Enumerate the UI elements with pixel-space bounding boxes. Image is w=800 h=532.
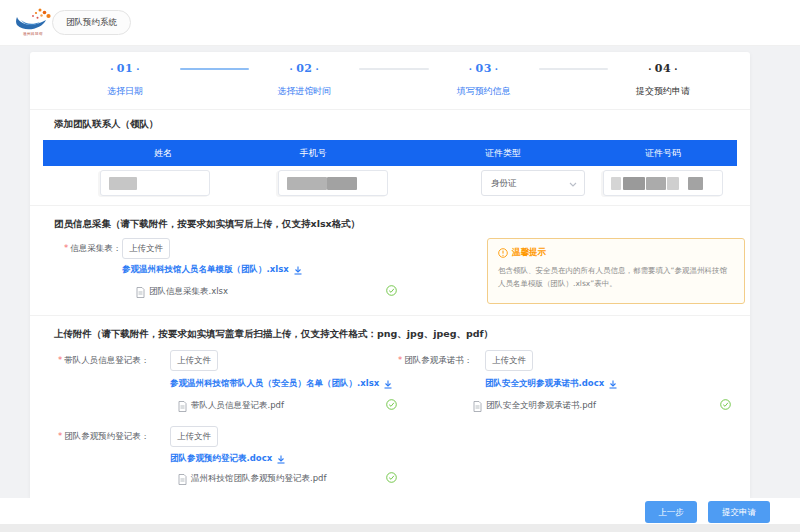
previous-step-button[interactable]: 上一步 — [645, 501, 697, 523]
step-connector — [359, 68, 428, 70]
divider — [30, 205, 750, 206]
step-indicator: 01 选择日期 02 选择进馆时间 03 填写预约信息 04 提交预约申请 — [78, 62, 710, 106]
required-mark: * — [58, 355, 62, 365]
document-icon — [178, 474, 187, 485]
logo-caption: 温州科技馆 — [15, 32, 51, 36]
divider — [30, 109, 750, 110]
chevron-down-icon — [569, 182, 577, 187]
commitment-uploaded-file[interactable]: 团队安全文明参观承诺书.pdf — [473, 400, 596, 412]
divider — [30, 315, 750, 316]
step-number: 04 — [645, 62, 681, 76]
col-id-number: 证件号码 — [645, 140, 681, 166]
leader-template-link[interactable]: 参观温州科技馆带队人员（安全员）名单（团队）.xlsx — [170, 378, 392, 390]
upload-success-check-icon — [386, 472, 397, 483]
redacted-id — [688, 177, 703, 190]
document-icon — [178, 401, 187, 412]
redacted-phone — [327, 177, 357, 190]
col-id-type: 证件类型 — [485, 140, 521, 166]
leader-form-label: *带队人员信息登记表： — [58, 355, 149, 367]
required-mark: * — [58, 431, 62, 441]
step-number: 03 — [466, 62, 502, 76]
commitment-template-link[interactable]: 团队安全文明参观承诺书.docx — [485, 378, 617, 390]
app-title-badge: 团队预约系统 — [52, 10, 131, 35]
col-name: 姓名 — [154, 140, 172, 166]
step-number: 01 — [107, 62, 143, 76]
attachment-section-title: 上传附件（请下载附件，按要求如实填写盖章后扫描上传，仅支持文件格式：png、jp… — [54, 328, 493, 341]
content-background: 01 选择日期 02 选择进馆时间 03 填写预约信息 04 提交预约申请 — [0, 46, 800, 498]
id-type-value: 身份证 — [491, 178, 517, 188]
upload-success-check-icon — [386, 399, 397, 410]
step-label: 选择日期 — [107, 85, 143, 98]
step-select-date: 01 选择日期 — [78, 62, 172, 98]
step-connector — [180, 68, 249, 70]
page: 温州科技馆 团队预约系统 01 选择日期 02 选择进馆时间 03 — [0, 0, 800, 532]
warning-icon — [498, 248, 508, 258]
tip-body: 包含领队、安全员在内的所有人员信息，都需要填入“参观温州科技馆人员名单模版（团队… — [498, 264, 734, 290]
upload-success-check-icon — [720, 399, 731, 410]
reservation-form-label: *团队参观预约登记表： — [58, 431, 149, 443]
logo-swoosh-icon — [13, 4, 53, 32]
id-number-input[interactable] — [603, 170, 723, 196]
top-header-bar: 温州科技馆 团队预约系统 — [0, 0, 800, 46]
collection-upload-button[interactable]: 上传文件 — [122, 238, 170, 259]
step-fill-info: 03 填写预约信息 — [437, 62, 531, 98]
redacted-phone — [287, 177, 327, 190]
step-number: 02 — [286, 62, 322, 76]
redacted-id — [667, 177, 679, 190]
commitment-upload-button[interactable]: 上传文件 — [485, 350, 533, 371]
footer-action-bar: 上一步 提交申请 — [0, 498, 800, 524]
step-select-time: 02 选择进馆时间 — [257, 62, 351, 98]
step-label: 选择进馆时间 — [277, 85, 331, 98]
contact-table-header: 姓名 手机号 证件类型 证件号码 — [43, 140, 737, 166]
download-icon — [277, 455, 285, 464]
phone-input[interactable] — [278, 170, 388, 196]
redacted-name — [109, 177, 137, 190]
col-phone: 手机号 — [300, 140, 327, 166]
step-label: 填写预约信息 — [457, 85, 511, 98]
download-icon — [294, 266, 302, 275]
name-input[interactable] — [100, 170, 210, 196]
document-icon — [473, 401, 482, 412]
required-mark: * — [398, 355, 402, 365]
document-icon — [136, 287, 145, 298]
tip-title: 温馨提示 — [498, 247, 734, 259]
submit-application-button[interactable]: 提交申请 — [708, 501, 770, 523]
collection-form-label: *信息采集表： — [64, 243, 121, 255]
collection-template-link[interactable]: 参观温州科技馆人员名单模版（团队）.xlsx — [122, 264, 302, 276]
redacted-id — [646, 177, 666, 190]
leader-uploaded-file[interactable]: 带队人员信息登记表.pdf — [178, 400, 284, 412]
step-connector — [539, 68, 608, 70]
contact-table-row: 身份证 — [43, 170, 737, 198]
step-label: 提交预约申请 — [636, 85, 690, 98]
leader-upload-button[interactable]: 上传文件 — [170, 350, 218, 371]
download-icon — [609, 380, 617, 389]
id-type-select[interactable]: 身份证 — [481, 170, 585, 196]
commitment-form-label: *团队参观承诺书： — [398, 355, 472, 367]
app-logo: 温州科技馆 — [13, 4, 53, 42]
reservation-upload-button[interactable]: 上传文件 — [170, 426, 218, 447]
redacted-id — [611, 177, 621, 190]
reservation-uploaded-file[interactable]: 温州科技馆团队参观预约登记表.pdf — [178, 473, 327, 485]
step-submit-application: 04 提交预约申请 — [616, 62, 710, 98]
member-section-title: 团员信息采集（请下载附件，按要求如实填写后上传，仅支持xlsx格式） — [54, 218, 360, 231]
page-bottom-strip — [0, 524, 800, 532]
collection-uploaded-file[interactable]: 团队信息采集表.xlsx — [136, 286, 228, 298]
upload-success-check-icon — [386, 285, 397, 296]
contact-section-title: 添加团队联系人（领队） — [54, 118, 159, 131]
download-icon — [384, 380, 392, 389]
reservation-form-card: 01 选择日期 02 选择进馆时间 03 填写预约信息 04 提交预约申请 — [30, 52, 750, 498]
warm-tip-box: 温馨提示 包含领队、安全员在内的所有人员信息，都需要填入“参观温州科技馆人员名单… — [487, 238, 745, 304]
redacted-id — [623, 177, 645, 190]
reservation-template-link[interactable]: 团队参观预约登记表.docx — [170, 453, 285, 465]
required-mark: * — [64, 243, 68, 253]
